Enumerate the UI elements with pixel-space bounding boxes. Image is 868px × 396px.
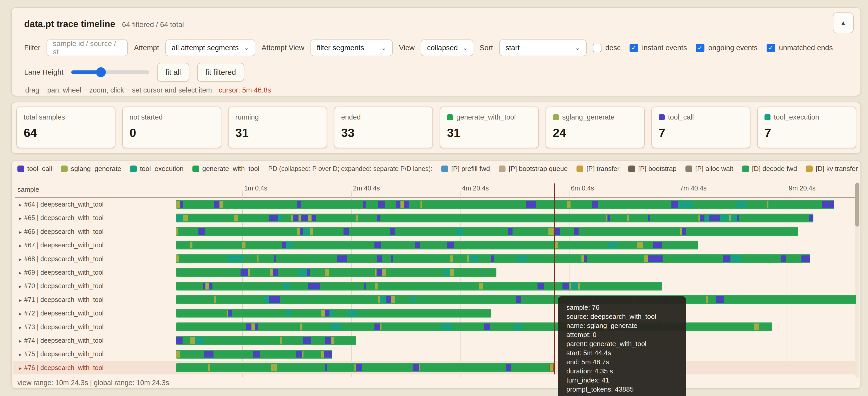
- expand-triangle-icon[interactable]: ▸: [19, 257, 22, 262]
- chevron-down-icon: ⌄: [381, 44, 386, 52]
- fit-all-button[interactable]: fit all: [157, 63, 189, 81]
- expand-triangle-icon[interactable]: ▸: [19, 284, 22, 289]
- trace-lane-bar[interactable]: [176, 227, 798, 236]
- expand-triangle-icon[interactable]: ▸: [19, 365, 22, 371]
- lane-segment: [618, 242, 637, 249]
- axis-tick-label: 7m 40.4s: [680, 185, 707, 192]
- row-label[interactable]: ▸#73 | deepsearch_with_tool: [19, 323, 103, 331]
- lane-segment: [277, 364, 294, 371]
- lane-segment: [241, 269, 243, 276]
- lane-segment: [752, 228, 770, 235]
- row-label[interactable]: ▸#68 | deepsearch_with_tool: [19, 255, 103, 263]
- lane-segment: [176, 214, 183, 221]
- row-label[interactable]: ▸#76 | deepsearch_with_tool: [19, 364, 103, 371]
- expand-triangle-icon[interactable]: ▸: [19, 352, 22, 357]
- checkbox-checked[interactable]: ✓: [629, 44, 638, 52]
- trace-lane-bar[interactable]: [176, 295, 856, 304]
- row-label[interactable]: ▸#66 | deepsearch_with_tool: [19, 228, 103, 235]
- expand-triangle-icon[interactable]: ▸: [19, 229, 22, 235]
- checkbox-item-instant-events: ✓instant events: [629, 44, 687, 52]
- trace-lane-bar[interactable]: [176, 200, 834, 209]
- lane-segment: [737, 214, 739, 221]
- lane-segment: [303, 324, 331, 330]
- row-label[interactable]: ▸#74 | deepsearch_with_tool: [19, 337, 103, 344]
- lane-segment: [314, 283, 320, 290]
- tool_execution-swatch-icon: [765, 114, 771, 120]
- lane-segment: [377, 214, 380, 221]
- trace-lane-bar[interactable]: [176, 350, 332, 359]
- expand-triangle-icon[interactable]: ▸: [19, 216, 22, 221]
- trace-lane-bar[interactable]: [176, 213, 813, 223]
- timeline-scrollbar-thumb[interactable]: [855, 183, 860, 227]
- stat-card-value: 31: [447, 126, 460, 140]
- row-label[interactable]: ▸#70 | deepsearch_with_tool: [19, 282, 103, 290]
- lane-segment: [619, 214, 627, 221]
- lane-segment: [258, 324, 280, 330]
- lane-segment: [678, 201, 684, 208]
- lane-segment: [413, 364, 418, 371]
- expand-triangle-icon[interactable]: ▸: [19, 311, 22, 317]
- lane-segment: [239, 351, 253, 358]
- expand-triangle-icon[interactable]: ▸: [19, 270, 22, 276]
- row-label[interactable]: ▸#71 | deepsearch_with_tool: [19, 296, 103, 303]
- stat-card-label: not started: [129, 113, 163, 121]
- lane-segment: [581, 242, 608, 249]
- checkbox-unchecked[interactable]: [593, 44, 601, 52]
- checkbox-checked[interactable]: ✓: [696, 44, 705, 52]
- trace-lane-bar[interactable]: [176, 336, 356, 345]
- trace-lane-bar[interactable]: [176, 254, 810, 263]
- lane-segment: [248, 269, 250, 276]
- row-label[interactable]: ▸#75 | deepsearch_with_tool: [19, 350, 103, 358]
- row-label[interactable]: ▸#67 | deepsearch_with_tool: [19, 241, 103, 249]
- fit-filtered-button[interactable]: fit filtered: [197, 63, 244, 81]
- stat-card-value: 7: [765, 126, 771, 140]
- lane-segment: [741, 256, 765, 262]
- trace-lane-bar[interactable]: [176, 309, 491, 318]
- lane-segment: [356, 364, 362, 371]
- lane-segment: [190, 337, 193, 344]
- expand-triangle-icon[interactable]: ▸: [19, 297, 22, 303]
- sort-select[interactable]: start ⌄: [499, 39, 587, 56]
- lane-segment: [464, 242, 493, 249]
- sglang_generate-swatch-icon: [553, 114, 559, 120]
- lane-segment: [301, 214, 308, 221]
- lane-segment: [570, 201, 592, 208]
- lane-segment: [358, 324, 374, 330]
- selected-segment[interactable]: [550, 364, 554, 371]
- row-label[interactable]: ▸#72 | deepsearch_with_tool: [19, 309, 103, 317]
- expand-triangle-icon[interactable]: ▸: [19, 338, 22, 344]
- trace-lane-bar[interactable]: [176, 282, 662, 291]
- trace-lane-bar[interactable]: [176, 241, 698, 250]
- tooltip-line: duration: 4.35 s: [566, 367, 678, 376]
- row-label[interactable]: ▸#69 | deepsearch_with_tool: [19, 269, 103, 276]
- checkbox-checked[interactable]: ✓: [767, 44, 775, 52]
- attempt-select[interactable]: all attempt segments ⌄: [165, 39, 255, 56]
- lane-segment: [404, 310, 436, 317]
- lane-segment: [252, 283, 283, 290]
- lane-segment: [652, 256, 657, 262]
- trace-lane-bar[interactable]: [176, 363, 554, 372]
- lane-segment: [282, 337, 303, 344]
- attempt-view-select[interactable]: filter segments ⌄: [310, 39, 393, 56]
- collapse-panel-button[interactable]: ▲: [833, 12, 854, 33]
- legend-swatch-icon: [61, 166, 68, 172]
- lane-segment: [176, 242, 190, 249]
- lane-segment: [269, 214, 273, 221]
- lane-segment: [409, 283, 433, 290]
- slider-thumb[interactable]: [96, 67, 106, 77]
- expand-triangle-icon[interactable]: ▸: [19, 243, 22, 249]
- expand-triangle-icon[interactable]: ▸: [19, 202, 22, 208]
- lane-segment: [362, 364, 390, 371]
- lane-segment: [454, 242, 464, 249]
- expand-triangle-icon[interactable]: ▸: [19, 325, 22, 330]
- lane-height-slider[interactable]: [71, 67, 149, 77]
- row-label[interactable]: ▸#64 | deepsearch_with_tool: [19, 201, 103, 208]
- view-select[interactable]: collapsed ⌄: [421, 39, 473, 56]
- lane-segment: [234, 214, 238, 221]
- view-label: View: [399, 44, 414, 52]
- trace-lane-bar[interactable]: [176, 268, 496, 277]
- filter-input[interactable]: sample id / source / st: [46, 39, 128, 56]
- filter-label: Filter: [24, 44, 40, 52]
- legend-item--P-transfer: [P] transfer: [577, 165, 619, 173]
- row-label[interactable]: ▸#65 | deepsearch_with_tool: [19, 214, 103, 222]
